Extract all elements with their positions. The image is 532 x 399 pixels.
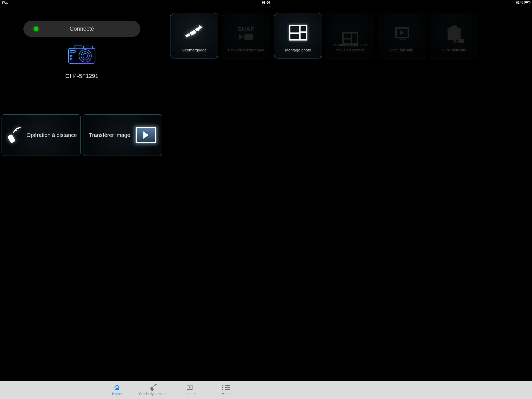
clock: 08:00 [262,1,270,4]
svg-rect-2 [84,46,92,48]
vertical-divider [164,5,164,249]
svg-rect-6 [70,50,75,52]
camera-icon [68,45,96,64]
collage-icon [289,25,307,41]
left-panel: Connecté GH4-5F1291 [0,5,164,249]
snap-shape-icon [239,34,253,40]
connection-label: Connecté [23,25,140,32]
camera-illustration [0,45,164,65]
remote-icon [5,127,21,143]
tile-collage-label: Montage photo [283,48,313,53]
remote-operation-button[interactable]: Opération à distance [2,114,81,156]
tile-snap[interactable]: SNAP Clip vidéo instantané [222,13,270,58]
right-panel: Géomarquage SNAP Clip vidéo instantané M… [164,5,332,249]
tile-snap-label: Clip vidéo instantané [226,48,266,53]
status-bar: iPad 08:00 61 % [0,0,332,5]
satellite-icon [184,24,205,42]
svg-point-4 [81,52,89,60]
svg-rect-1 [75,45,82,48]
device-label: iPad [2,1,8,4]
tile-geotag[interactable]: Géomarquage [170,13,218,58]
tile-geotag-label: Géomarquage [180,48,209,53]
tile-best-collage-label: Montage photo des meilleurs extraits [326,42,332,52]
transfer-image-button[interactable]: Transférer image [83,114,162,156]
snap-text-icon: SNAP [238,26,255,32]
play-frame-icon [136,127,156,143]
svg-point-7 [70,55,72,57]
transfer-image-label: Transférer image [89,131,130,138]
tile-best-collage[interactable]: ★<<< Montage photo des meilleurs extrait… [326,13,332,58]
svg-point-8 [70,58,72,60]
remote-operation-label: Opération à distance [26,131,77,138]
svg-rect-11 [185,33,190,38]
device-name: GH4-5F1291 [0,73,164,79]
tile-collage[interactable]: Montage photo [274,13,322,58]
svg-rect-10 [189,30,196,36]
svg-point-5 [83,54,88,58]
connection-status: Connecté [23,21,140,37]
svg-rect-9 [7,134,16,143]
